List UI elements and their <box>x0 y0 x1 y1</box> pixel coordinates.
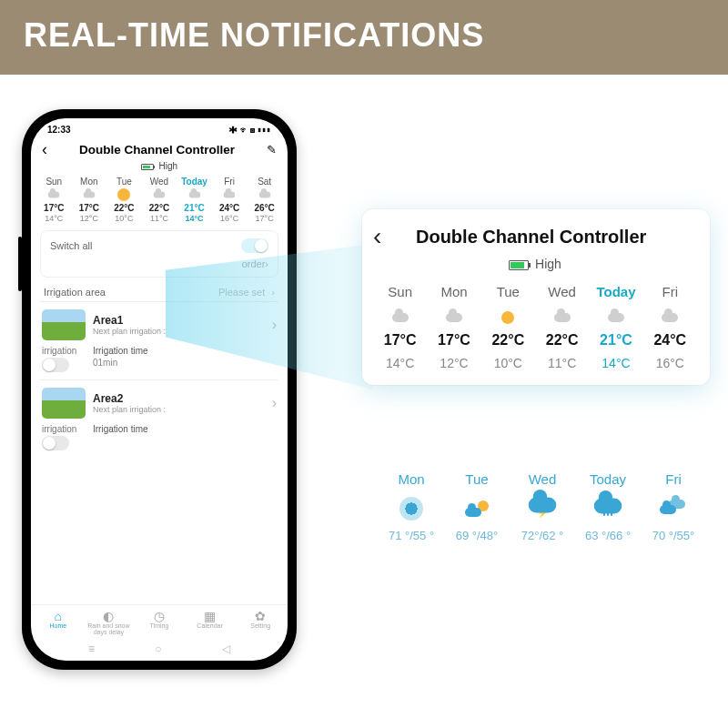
weather-icon <box>73 188 106 201</box>
zoom-day[interactable]: Fri 24°C 16°C <box>643 284 697 370</box>
day-label: Today <box>177 177 210 187</box>
temp-low: 14°C <box>177 214 210 223</box>
back-icon[interactable]: ‹ <box>42 140 47 159</box>
chevron-right-icon: › <box>265 258 268 269</box>
weather-icon <box>643 307 697 329</box>
zoom-day[interactable]: Wed 22°C 11°C <box>535 284 589 370</box>
area-col2-label: Irrigation time <box>93 346 277 356</box>
tab-icon: ⌂ <box>33 610 84 622</box>
area-item[interactable]: Area2 Next plan irrigation : › irrigatio… <box>40 379 278 458</box>
area-sub: Next plan irrigation : <box>93 327 272 336</box>
edit-icon[interactable]: ✎ <box>267 143 277 157</box>
tab-label: Setting <box>235 622 286 629</box>
temp-high: 21°C <box>589 332 642 349</box>
area-thumbnail <box>42 309 86 340</box>
switch-all-toggle[interactable] <box>241 238 268 253</box>
zoom-day[interactable]: Today 21°C 14°C <box>589 284 642 370</box>
weather-icon <box>379 492 444 525</box>
area-toggle[interactable] <box>42 358 69 372</box>
temp-high: 24°C <box>643 332 697 349</box>
status-bar: 12:33 ✱ ᯤ ▣ ▮▮▮ <box>31 118 288 136</box>
blue-forecast-day: Tue 69 °/48° <box>444 471 510 542</box>
weather-icon <box>177 188 210 201</box>
nav-home-icon[interactable]: ○ <box>155 642 161 655</box>
chevron-right-icon: › <box>272 317 277 333</box>
nav-back-icon[interactable]: ◁ <box>222 642 230 655</box>
area-thumbnail <box>42 388 86 419</box>
forecast-day[interactable]: Sat 26°C 17°C <box>248 177 280 223</box>
day-label: Mon <box>379 471 444 487</box>
weather-icon <box>37 188 70 201</box>
temp-range: 70 °/55° <box>641 529 706 542</box>
weather-icon <box>248 188 280 201</box>
forecast-row: Sun 17°C 14°CMon 17°C 12°CTue 22°C 10°CW… <box>31 171 288 223</box>
temp-low: 12°C <box>427 356 480 370</box>
day-label: Sun <box>373 284 427 299</box>
temp-high: 17°C <box>37 203 70 213</box>
order-label[interactable]: order <box>242 258 266 269</box>
tab-rain-and-snow-days-delay[interactable]: ◐Rain and snow days delay <box>84 610 135 635</box>
temp-low: 10°C <box>481 356 535 370</box>
chevron-right-icon: › <box>272 395 277 411</box>
forecast-day[interactable]: Sun 17°C 14°C <box>37 177 70 223</box>
temp-low: 12°C <box>73 214 106 223</box>
day-label: Today <box>575 471 641 487</box>
temp-high: 17°C <box>427 332 480 349</box>
tab-bar: ⌂Home◐Rain and snow days delay◷Timing▦Ca… <box>31 604 288 639</box>
area-toggle[interactable] <box>42 436 69 450</box>
tab-label: Timing <box>134 622 185 629</box>
tab-home[interactable]: ⌂Home <box>33 610 84 635</box>
zoom-battery-label: High <box>535 257 561 271</box>
blue-forecast-day: Wed ⚡ 72°/62 ° <box>510 471 575 542</box>
zoom-day[interactable]: Mon 17°C 12°C <box>427 284 480 370</box>
area-item[interactable]: Area1 Next plan irrigation : › irrigatio… <box>40 301 278 379</box>
blue-forecast-day: Today 63 °/66 ° <box>575 471 641 542</box>
day-label: Fri <box>641 471 706 487</box>
battery-label: High <box>159 161 178 171</box>
content: 12:33 ✱ ᯤ ▣ ▮▮▮ ‹ Double Channel Control… <box>0 75 728 728</box>
nav-recents-icon[interactable]: ≡ <box>88 642 95 655</box>
irrigation-area-row[interactable]: Irrigation area Please set › <box>31 278 288 301</box>
day-label: Sat <box>248 177 280 187</box>
forecast-day[interactable]: Tue 22°C 10°C <box>107 177 140 223</box>
blue-forecast-day: Mon 71 °/55 ° <box>379 471 444 542</box>
area-col1-label: irrigation <box>42 424 93 434</box>
tab-calendar[interactable]: ▦Calendar <box>185 610 236 635</box>
weather-icon <box>641 492 706 525</box>
temp-low: 16°C <box>643 356 697 370</box>
tab-timing[interactable]: ◷Timing <box>134 610 185 635</box>
weather-icon <box>213 188 246 201</box>
irrigation-area-label: Irrigation area <box>44 287 106 298</box>
area-sub: Next plan irrigation : <box>93 405 272 414</box>
phone-frame: 12:33 ✱ ᯤ ▣ ▮▮▮ ‹ Double Channel Control… <box>22 109 297 670</box>
forecast-day[interactable]: Today 21°C 14°C <box>177 177 210 223</box>
status-icons: ✱ ᯤ ▣ ▮▮▮ <box>227 125 271 135</box>
area-col1-label: irrigation <box>42 346 93 356</box>
zoom-day[interactable]: Tue 22°C 10°C <box>481 284 535 370</box>
forecast-day[interactable]: Mon 17°C 12°C <box>73 177 106 223</box>
zoom-day[interactable]: Sun 17°C 14°C <box>373 284 427 370</box>
area-name: Area1 <box>93 314 272 327</box>
tab-setting[interactable]: ✿Setting <box>235 610 286 635</box>
day-label: Wed <box>510 471 575 487</box>
weather-icon <box>444 492 510 525</box>
zoom-battery: High <box>373 257 697 271</box>
forecast-day[interactable]: Fri 24°C 16°C <box>213 177 246 223</box>
android-nav: ≡ ○ ◁ <box>31 639 288 661</box>
day-label: Today <box>589 284 642 299</box>
blue-forecast-day: Fri 70 °/55° <box>641 471 706 542</box>
temp-low: 14°C <box>37 214 70 223</box>
weather-icon <box>427 307 480 329</box>
zoom-title: Double Channel Controller <box>365 227 697 248</box>
area-name: Area2 <box>93 392 272 405</box>
tab-icon: ◐ <box>84 610 135 622</box>
battery-icon <box>141 164 154 170</box>
tab-label: Home <box>33 622 84 629</box>
day-label: Fri <box>643 284 697 299</box>
temp-low: 14°C <box>589 356 642 370</box>
battery-status: High <box>31 161 288 171</box>
weather-icon: ⚡ <box>510 492 575 525</box>
forecast-day[interactable]: Wed 22°C 11°C <box>143 177 176 223</box>
temp-range: 69 °/48° <box>444 529 510 542</box>
temp-high: 26°C <box>248 203 280 213</box>
